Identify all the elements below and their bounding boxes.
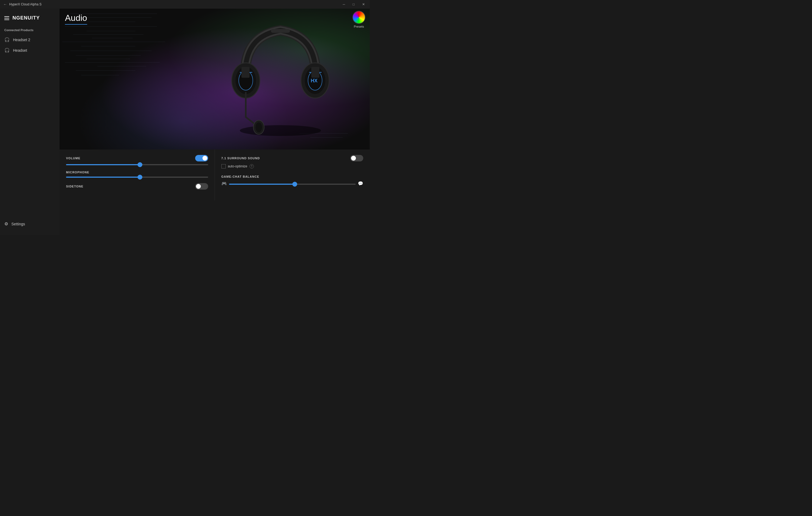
svg-point-13 (256, 123, 262, 132)
volume-control: VOLUME (66, 155, 208, 165)
volume-toggle[interactable] (195, 155, 208, 161)
auto-optimize-label: auto-optimize (228, 164, 248, 168)
main-content: Audio (60, 9, 370, 235)
sidebar-header: NGENUITY (0, 13, 60, 26)
controls-left: VOLUME MICROPHONE (60, 150, 215, 200)
back-button[interactable]: ← (3, 2, 7, 6)
svg-point-0 (240, 125, 321, 136)
title-bar-controls: ─ □ ✕ (341, 2, 367, 7)
minimize-button[interactable]: ─ (341, 2, 347, 7)
sidetone-label: SIDETONE (66, 185, 83, 188)
auto-optimize-row: auto-optimize ? (222, 164, 364, 168)
microphone-label-row: MICROPHONE (66, 171, 208, 174)
microphone-slider-fill (66, 176, 140, 178)
sidebar-item-headset[interactable]: 🎧 Headset (0, 45, 60, 56)
volume-slider-thumb[interactable] (138, 162, 142, 167)
chat-icon: 💬 (358, 181, 363, 186)
headset-label: Headset (13, 48, 27, 53)
headset-icon: 🎧 (4, 48, 10, 53)
sidetone-label-row: SIDETONE (66, 183, 208, 190)
title-bar: ← HyperX Cloud Alpha S ─ □ ✕ (0, 0, 370, 9)
game-chat-label-row: GAME-CHAT BALANCE (222, 175, 364, 178)
sidetone-toggle[interactable] (195, 183, 208, 190)
microphone-control: MICROPHONE (66, 171, 208, 178)
hero-area: Audio (60, 9, 370, 150)
auto-optimize-help-icon[interactable]: ? (250, 164, 254, 168)
settings-label: Settings (11, 222, 25, 226)
settings-gear-icon: ⚙ (4, 221, 8, 226)
svg-rect-15 (241, 67, 250, 78)
title-bar-left: ← HyperX Cloud Alpha S (3, 2, 41, 6)
sidebar-item-headset2[interactable]: 🎧 Headset 2 (0, 34, 60, 45)
game-icon: 🎮 (222, 181, 227, 186)
headset-image: HX (224, 14, 337, 139)
game-chat-control: GAME-CHAT BALANCE 🎮 💬 (222, 175, 364, 186)
sidetone-control: SIDETONE (66, 183, 208, 190)
surround-label: 7.1 SURROUND SOUND (222, 157, 260, 160)
settings-item[interactable]: ⚙ Settings (4, 221, 55, 226)
controls-area: VOLUME MICROPHONE (60, 150, 370, 200)
presets-icon (352, 11, 366, 24)
connected-products-label: Connected Products (0, 26, 60, 34)
app-layout: NGENUITY Connected Products 🎧 Headset 2 … (0, 9, 370, 235)
audio-title: Audio (65, 13, 87, 25)
logo: NGENUITY (12, 15, 40, 21)
audio-header: Audio (65, 13, 87, 25)
game-chat-slider-track[interactable] (229, 184, 356, 185)
presets-label: Presets (354, 25, 364, 28)
microphone-slider-track[interactable] (66, 176, 208, 178)
microphone-slider-thumb[interactable] (138, 175, 142, 180)
surround-label-row: 7.1 SURROUND SOUND (222, 155, 364, 161)
controls-right: 7.1 SURROUND SOUND auto-optimize ? GAM (215, 150, 370, 200)
game-chat-slider-fill (229, 184, 295, 185)
surround-toggle[interactable] (350, 155, 363, 161)
presets-button[interactable]: Presets (352, 11, 366, 28)
sidebar-bottom: ⚙ Settings (0, 217, 60, 231)
maximize-button[interactable]: □ (351, 2, 356, 7)
volume-label-row: VOLUME (66, 155, 208, 161)
game-chat-slider-thumb[interactable] (292, 182, 297, 187)
svg-rect-16 (311, 67, 319, 78)
hamburger-icon[interactable] (4, 16, 9, 20)
sidetone-toggle-knob (196, 184, 201, 189)
surround-toggle-knob (351, 156, 356, 161)
volume-toggle-knob (202, 156, 207, 161)
auto-optimize-checkbox[interactable] (222, 164, 226, 168)
svg-text:HX: HX (311, 78, 318, 83)
volume-slider-fill (66, 164, 140, 165)
close-button[interactable]: ✕ (360, 2, 367, 7)
game-chat-balance-row: 🎮 💬 (222, 181, 364, 186)
game-chat-label: GAME-CHAT BALANCE (222, 175, 259, 178)
headset2-icon: 🎧 (4, 37, 10, 42)
sidebar: NGENUITY Connected Products 🎧 Headset 2 … (0, 9, 60, 235)
svg-rect-14 (271, 29, 290, 33)
volume-slider-track[interactable] (66, 164, 208, 165)
surround-control: 7.1 SURROUND SOUND auto-optimize ? (222, 155, 364, 168)
volume-label: VOLUME (66, 157, 80, 160)
window-title: HyperX Cloud Alpha S (9, 2, 41, 6)
microphone-label: MICROPHONE (66, 171, 89, 174)
headset2-label: Headset 2 (13, 38, 30, 42)
